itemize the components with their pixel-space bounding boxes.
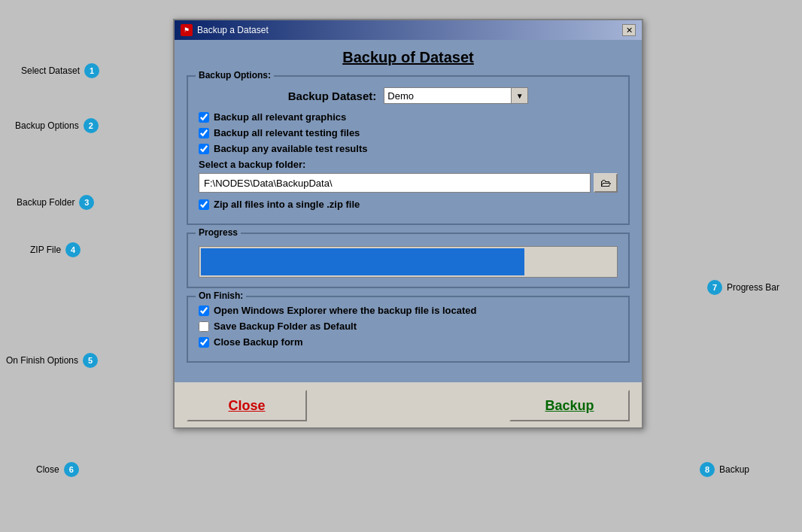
annotation-8: 8 Backup [700, 462, 749, 477]
annotation-label-5: On Finish Options [6, 355, 78, 366]
folder-path-input[interactable] [199, 173, 591, 193]
checkbox-explorer-label: Open Windows Explorer where the backup f… [214, 305, 477, 316]
backup-button[interactable]: Backup [509, 390, 630, 421]
annotation-label-8: Backup [719, 464, 749, 475]
progress-label: Progress [196, 227, 241, 238]
checkbox-results-row: Backup any available test results [199, 143, 618, 154]
folder-browse-button[interactable]: 🗁 [594, 173, 618, 193]
annotation-7: 7 Progress Bar [707, 280, 779, 295]
app-icon: ⚑ [181, 24, 193, 36]
dialog-titlebar: ⚑ Backup a Dataset ✕ [175, 20, 642, 40]
dialog-main-title: Backup of Dataset [187, 49, 630, 66]
close-button[interactable]: Close [187, 390, 307, 421]
checkbox-close-form[interactable] [199, 337, 209, 348]
on-finish-group: On Finish: Open Windows Explorer where t… [187, 296, 630, 363]
annotation-badge-2: 2 [84, 118, 99, 133]
checkbox-close-form-row: Close Backup form [199, 336, 618, 348]
checkbox-save-default-label: Save Backup Folder as Default [214, 321, 357, 332]
titlebar-left: ⚑ Backup a Dataset [181, 24, 269, 36]
dialog-buttons: Close Backup [175, 382, 642, 427]
checkbox-explorer[interactable] [199, 306, 209, 316]
annotation-badge-6: 6 [64, 462, 79, 477]
checkbox-results[interactable] [199, 144, 209, 154]
annotation-6: Close 6 [36, 462, 79, 477]
annotation-label-1: Select Dataset [21, 65, 80, 76]
checkbox-zip-row: Zip all files into a single .zip file [199, 199, 618, 210]
annotation-5: On Finish Options 5 [6, 353, 98, 368]
annotation-badge-7: 7 [707, 280, 722, 295]
backup-dataset-input[interactable] [384, 87, 512, 104]
annotation-badge-3: 3 [79, 195, 94, 210]
annotation-label-3: Backup Folder [17, 197, 74, 208]
checkbox-save-default[interactable] [199, 321, 209, 332]
backup-options-group: Backup Options: Backup Dataset: ▼ Backup… [187, 75, 630, 225]
annotation-badge-1: 1 [84, 63, 99, 78]
annotation-badge-8: 8 [700, 462, 715, 477]
dialog-window: ⚑ Backup a Dataset ✕ Backup of Dataset B… [173, 19, 643, 429]
annotation-label-6: Close [36, 464, 59, 475]
window-close-button[interactable]: ✕ [622, 24, 636, 36]
dialog-body: Backup of Dataset Backup Options: Backup… [175, 40, 642, 382]
checkbox-save-default-row: Save Backup Folder as Default [199, 321, 618, 332]
annotation-label-7: Progress Bar [727, 282, 779, 293]
checkbox-graphics-row: Backup all relevant graphics [199, 111, 618, 123]
dialog-title: Backup a Dataset [197, 25, 269, 35]
checkbox-explorer-row: Open Windows Explorer where the backup f… [199, 305, 618, 316]
backup-options-label: Backup Options: [196, 70, 274, 81]
annotation-2: Backup Options 2 [15, 118, 99, 133]
progress-bar-fill [201, 248, 524, 275]
backup-dataset-select: ▼ [384, 87, 528, 104]
checkbox-close-form-label: Close Backup form [214, 336, 302, 348]
backup-dataset-label: Backup Dataset: [288, 90, 377, 102]
progress-group: Progress [187, 233, 630, 288]
backup-dataset-dropdown-button[interactable]: ▼ [512, 87, 528, 104]
annotation-4: ZIP File 4 [30, 242, 81, 257]
checkbox-results-label: Backup any available test results [214, 143, 367, 154]
checkbox-graphics[interactable] [199, 112, 209, 123]
annotation-label-4: ZIP File [30, 245, 61, 255]
annotation-3: Backup Folder 3 [17, 195, 94, 210]
folder-label: Select a backup folder: [199, 159, 618, 170]
annotation-1: Select Dataset 1 [21, 63, 99, 78]
backup-dataset-row: Backup Dataset: ▼ [199, 87, 618, 104]
checkbox-testing-row: Backup all relevant testing files [199, 127, 618, 138]
on-finish-label: On Finish: [196, 290, 246, 301]
checkbox-zip-label: Zip all files into a single .zip file [214, 199, 360, 210]
annotation-badge-4: 4 [65, 242, 81, 257]
checkbox-testing[interactable] [199, 128, 209, 138]
checkbox-graphics-label: Backup all relevant graphics [214, 111, 346, 123]
annotation-label-2: Backup Options [15, 120, 79, 131]
folder-row: 🗁 [199, 173, 618, 193]
annotation-badge-5: 5 [83, 353, 98, 368]
checkbox-testing-label: Backup all relevant testing files [214, 127, 360, 138]
progress-bar-container [199, 246, 618, 278]
checkbox-zip[interactable] [199, 199, 209, 210]
